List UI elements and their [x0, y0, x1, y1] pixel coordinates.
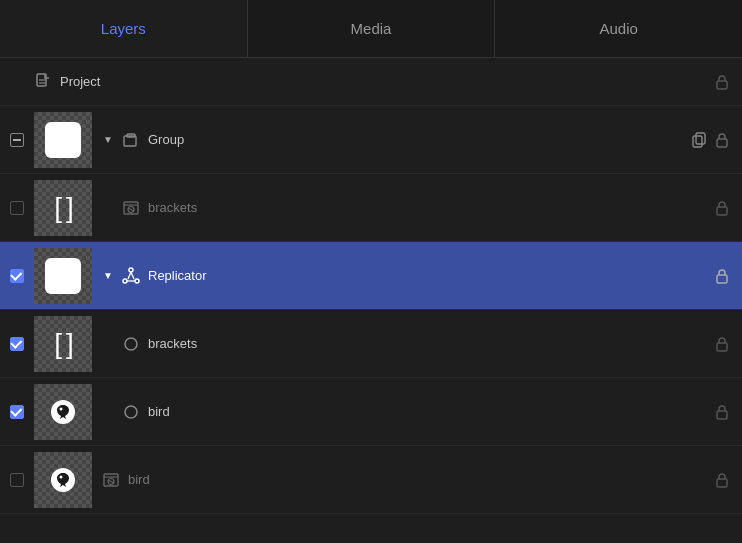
- document-icon: [34, 73, 52, 91]
- brackets1-lock-area: [714, 199, 730, 217]
- bird2-checkbox[interactable]: [0, 473, 34, 487]
- layers-panel: Layers Media Audio Project: [0, 0, 742, 543]
- svg-point-13: [123, 279, 127, 283]
- brackets2-lock-area: [714, 335, 730, 353]
- svg-point-14: [135, 279, 139, 283]
- layer-row-bird-1[interactable]: bird: [0, 378, 742, 446]
- layer-row-brackets-1[interactable]: [ ] brackets: [0, 174, 742, 242]
- replicator-lock-icon[interactable]: [714, 267, 730, 285]
- bird2-name: bird: [128, 472, 150, 487]
- expand-arrow-group[interactable]: ▼: [102, 134, 114, 146]
- project-row[interactable]: Project: [0, 58, 742, 106]
- bird1-checkbox[interactable]: [0, 405, 34, 419]
- bird1-lock-area: [714, 403, 730, 421]
- tab-audio[interactable]: Audio: [495, 0, 742, 57]
- checkbox-empty-2[interactable]: [10, 473, 24, 487]
- checkbox-checked-3[interactable]: [10, 405, 24, 419]
- replicator-thumbnail: [34, 248, 92, 304]
- svg-rect-29: [717, 479, 727, 487]
- brackets1-row-content: brackets: [94, 199, 714, 217]
- group-row-content: ▼ Group: [94, 131, 692, 149]
- layer-list: Project ▼: [0, 58, 742, 543]
- group-thumbnail: [34, 112, 92, 168]
- group-checkbox[interactable]: [0, 133, 34, 147]
- brackets1-name: brackets: [148, 200, 197, 215]
- tab-bar: Layers Media Audio: [0, 0, 742, 58]
- bird1-name: bird: [148, 404, 170, 419]
- svg-point-23: [125, 406, 137, 418]
- bird1-thumbnail: [34, 384, 92, 440]
- svg-rect-7: [696, 133, 705, 144]
- svg-rect-8: [717, 139, 727, 147]
- layer-row-group[interactable]: ▼ Group: [0, 106, 742, 174]
- brackets2-row-content: brackets: [94, 335, 714, 353]
- brackets1-lock-icon[interactable]: [714, 199, 730, 217]
- replicator-icon: [122, 267, 140, 285]
- minus-button[interactable]: [10, 133, 24, 147]
- brackets1-icon: [122, 199, 140, 217]
- svg-point-22: [60, 407, 63, 410]
- replicator-checkbox[interactable]: [0, 269, 34, 283]
- brackets1-thumbnail: [ ]: [34, 180, 92, 236]
- group-lock-area: [692, 131, 730, 149]
- bird1-circle-icon: [122, 403, 140, 421]
- svg-rect-6: [693, 136, 702, 147]
- svg-rect-11: [717, 207, 727, 215]
- brackets2-thumbnail: [ ]: [34, 316, 92, 372]
- group-name: Group: [148, 132, 184, 147]
- bird1-row-content: bird: [94, 403, 714, 421]
- replicator-lock-area: [714, 267, 730, 285]
- checkbox-empty[interactable]: [10, 201, 24, 215]
- bird2-lock-icon[interactable]: [714, 471, 730, 489]
- tab-media[interactable]: Media: [248, 0, 496, 57]
- svg-rect-18: [717, 275, 727, 283]
- bird2-thumbnail: [34, 452, 92, 508]
- brackets2-lock-icon[interactable]: [714, 335, 730, 353]
- checkbox-checked[interactable]: [10, 269, 24, 283]
- expand-arrow-replicator[interactable]: ▼: [102, 270, 114, 282]
- layer-row-bird-2[interactable]: bird: [0, 446, 742, 514]
- svg-point-12: [129, 268, 133, 272]
- tab-layers[interactable]: Layers: [0, 0, 248, 57]
- brackets1-checkbox[interactable]: [0, 201, 34, 215]
- svg-rect-20: [717, 343, 727, 351]
- project-lock-icon[interactable]: [714, 73, 730, 91]
- group-lock-icon[interactable]: [714, 131, 730, 149]
- svg-line-16: [131, 272, 134, 279]
- layer-row-brackets-2[interactable]: [ ] brackets: [0, 310, 742, 378]
- svg-rect-24: [717, 411, 727, 419]
- group-icon: [122, 131, 140, 149]
- replicator-name: Replicator: [148, 268, 207, 283]
- svg-point-19: [125, 338, 137, 350]
- svg-point-26: [60, 475, 63, 478]
- brackets2-checkbox[interactable]: [0, 337, 34, 351]
- brackets2-circle-icon: [122, 335, 140, 353]
- replicator-row-content: ▼ Replicator: [94, 267, 714, 285]
- project-label: Project: [60, 74, 100, 89]
- svg-line-15: [128, 272, 131, 279]
- bird1-lock-icon[interactable]: [714, 403, 730, 421]
- bird2-lock-area: [714, 471, 730, 489]
- checkbox-checked-2[interactable]: [10, 337, 24, 351]
- bird2-row-content: bird: [94, 471, 714, 489]
- bird2-image-icon: [102, 471, 120, 489]
- group-duplicate-icon[interactable]: [692, 131, 708, 149]
- svg-rect-3: [717, 81, 727, 89]
- layer-row-replicator[interactable]: ▼ Replicator: [0, 242, 742, 310]
- brackets2-name: brackets: [148, 336, 197, 351]
